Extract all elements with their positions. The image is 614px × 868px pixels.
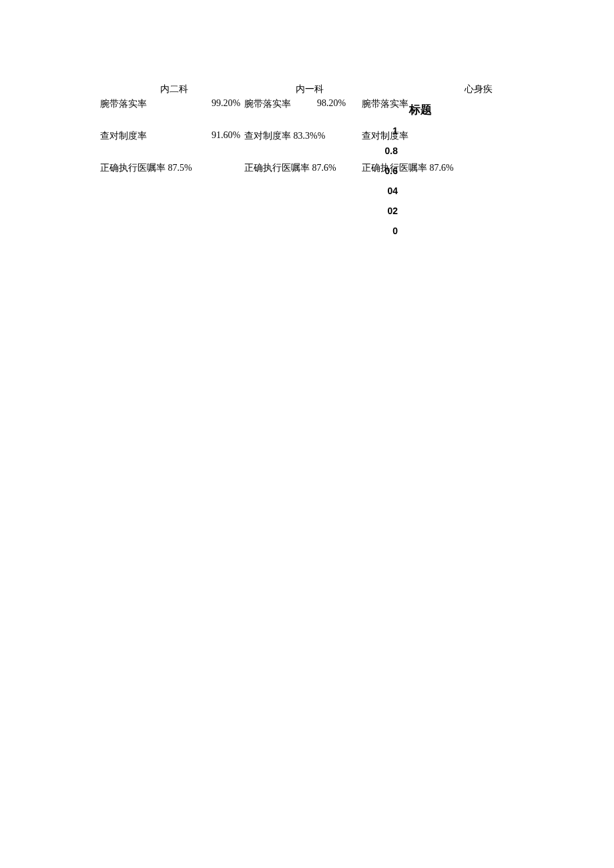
row1-label-dept1: 腕带落实率	[100, 98, 147, 110]
chart-y-axis: 1 0.8 0.6 04 02 0	[371, 125, 438, 236]
y-tick: 0.8	[385, 145, 398, 156]
y-tick: 0.6	[385, 165, 398, 176]
chart-area: 标题 1 0.8 0.6 04 02 0	[371, 102, 438, 236]
row2-label-dept1: 查对制度率	[100, 130, 147, 142]
dept3-header: 心身疾	[465, 83, 493, 95]
row1-label-dept2: 腕带落实率	[244, 98, 291, 110]
row2-value-dept1: 91.60%	[212, 130, 240, 141]
document-content: 内二科 内一科 心身疾 腕带落实率 99.20% 腕带落实率 98.20% 腕带…	[100, 83, 557, 202]
row3-label-value-dept1: 正确执行医嘱率 87.5%	[100, 162, 192, 174]
y-tick: 0	[392, 226, 398, 236]
chart-title: 标题	[371, 102, 438, 117]
dept2-header: 内一科	[296, 83, 324, 95]
y-tick: 1	[392, 125, 398, 136]
y-tick: 04	[387, 185, 398, 196]
dept1-header: 内二科	[160, 83, 188, 95]
metric-row-3: 正确执行医嘱率 87.5% 正确执行医嘱率 87.6% 正确执行医嘱率 87.6…	[100, 162, 557, 175]
department-header-row: 内二科 内一科 心身疾	[100, 83, 557, 97]
row2-label-value-dept2: 查对制度率 83.3%%	[244, 130, 325, 142]
metric-row-2: 查对制度率 91.60% 查对制度率 83.3%% 查对制度率	[100, 130, 557, 143]
row1-value-dept2: 98.20%	[317, 98, 346, 109]
metric-row-1: 腕带落实率 99.20% 腕带落实率 98.20% 腕带落实率	[100, 98, 557, 111]
y-tick: 02	[387, 205, 398, 216]
row3-label-value-dept2: 正确执行医嘱率 87.6%	[244, 162, 336, 174]
row1-value-dept1: 99.20%	[212, 98, 240, 109]
